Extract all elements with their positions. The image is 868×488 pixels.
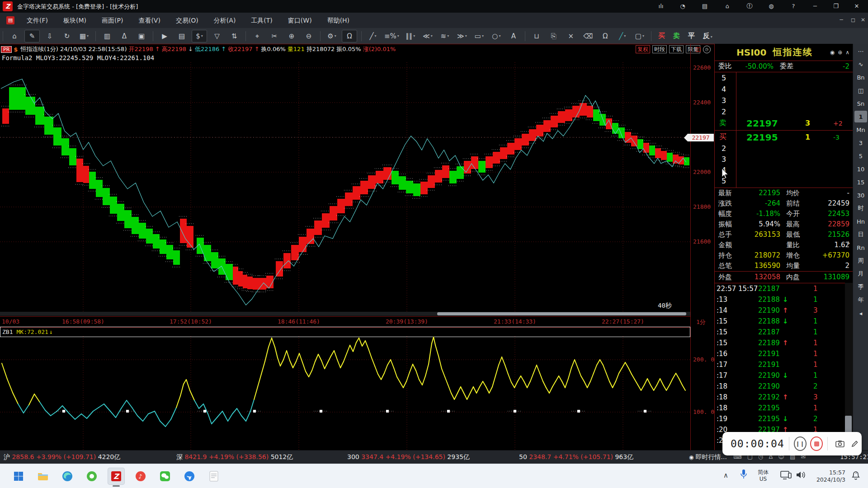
screenshot-camera-button[interactable]	[835, 440, 844, 447]
user-icon[interactable]: ◔	[676, 2, 689, 11]
quote-header[interactable]: HSI00 恒指连续 ◉⊕∧	[715, 44, 853, 61]
sell-level-4[interactable]: 4	[719, 85, 728, 94]
header-复权-button[interactable]: 复权	[636, 45, 650, 53]
feed-status[interactable]: ◉ 即时行情...	[689, 453, 727, 461]
tick-row[interactable]: :1722190↓1	[715, 371, 845, 382]
mdi-minimize-button[interactable]: ─	[836, 15, 846, 25]
menu-帮助[interactable]: 帮助(H)	[320, 13, 357, 28]
trade-反-button[interactable]: 反▾	[703, 32, 712, 40]
lock-button[interactable]: Ω	[342, 30, 357, 42]
menu-文件[interactable]: 文件(F)	[19, 13, 56, 28]
index-quote-深[interactable]: 深 8421.9 +4.19% (+338.56) 5012亿	[176, 453, 293, 461]
cast-device-icon[interactable]	[780, 470, 792, 480]
period-Hn-button[interactable]: Hn	[854, 216, 867, 227]
indicator-title-box[interactable]: ZB1 MK:72.021 ↓	[0, 327, 690, 337]
layout-button[interactable]: ▦▾	[77, 30, 91, 42]
lock-drawing-button[interactable]: Ω	[598, 30, 613, 42]
taskbar-browser-360[interactable]	[83, 468, 100, 485]
tick-row[interactable]: :1522189↑1	[715, 339, 845, 350]
magnet-button[interactable]: ⊔	[529, 30, 544, 42]
period-30-button[interactable]: 30	[854, 189, 867, 201]
header-下载-button[interactable]: 下载	[669, 45, 684, 53]
clock-date[interactable]: 15:57 2024/10/3	[811, 469, 845, 483]
rectangle-button[interactable]: ▭▾	[472, 30, 486, 42]
period-10-button[interactable]: 10	[854, 163, 867, 175]
maximize-button[interactable]: ❐	[826, 0, 846, 13]
circle-button[interactable]: ○▾	[489, 30, 504, 42]
sell-level-5[interactable]: 5	[719, 74, 728, 82]
taskbar-music-app[interactable]: ♪	[132, 468, 149, 485]
vertical-lines-button[interactable]: ∥∥▾	[403, 30, 418, 42]
settings-button[interactable]: ⚙▾	[325, 30, 339, 42]
zoom-out-button[interactable]: ⊖	[302, 30, 316, 42]
stop-record-button[interactable]	[810, 436, 823, 451]
taskbar-dingtalk[interactable]	[181, 468, 198, 485]
trade-平-button[interactable]: 平	[688, 32, 695, 40]
pen-line-button[interactable]: ╱▾	[615, 30, 630, 42]
taskbar-wechat[interactable]	[156, 468, 174, 485]
document-button[interactable]: ▤	[175, 30, 189, 42]
notification-bell-icon[interactable]: z	[851, 470, 861, 481]
bar-chart-button[interactable]: ▥	[100, 30, 114, 42]
period-月-button[interactable]: 月	[854, 268, 867, 280]
quote-header-icon[interactable]: ∧	[845, 49, 849, 56]
period-时-button[interactable]: 时	[854, 202, 867, 214]
help-icon[interactable]: ?	[787, 2, 800, 11]
filter-button[interactable]: ▽	[210, 30, 224, 42]
language-switcher[interactable]: 简体 US	[758, 469, 769, 483]
period-◫-button[interactable]: ◫	[854, 84, 867, 96]
menu-画面[interactable]: 画面(P)	[94, 13, 131, 28]
percent-lines-button[interactable]: ≡%▾	[383, 30, 401, 42]
taskbar-notepad[interactable]	[205, 468, 222, 485]
tick-scrollbar-thumb[interactable]	[845, 416, 852, 433]
import-button[interactable]: ⇩	[42, 30, 57, 42]
chart-hscrollbar-thumb[interactable]	[437, 312, 686, 315]
index-quote-50[interactable]: 50 2348.7 +4.71% (+105.71) 963亿	[519, 453, 633, 461]
tick-row[interactable]: 22:57 15:57221871	[715, 285, 845, 296]
chart-box-button[interactable]: ▣	[134, 30, 149, 42]
zoom-in-button[interactable]: ⊕	[284, 30, 299, 42]
tick-row[interactable]: :16221911	[715, 350, 845, 361]
alert-button[interactable]: Δ	[117, 30, 132, 42]
tick-row[interactable]: :15221871	[715, 328, 845, 339]
menu-分析[interactable]: 分析(A)	[206, 13, 244, 28]
menu-交易[interactable]: 交易(O)	[168, 13, 206, 28]
speaker-icon[interactable]	[796, 470, 807, 479]
buy-level-2[interactable]: 2	[719, 144, 728, 153]
mdi-restore-button[interactable]: ◻	[848, 15, 858, 25]
play-button[interactable]: ▶	[157, 30, 172, 42]
tick-row[interactable]: :1822192↑3	[715, 393, 845, 404]
sort-button[interactable]: ⇅	[227, 30, 241, 42]
hatch-lines-button[interactable]: ≫▾	[455, 30, 469, 42]
taskbar-edge-browser[interactable]	[59, 468, 76, 485]
taskbar-file-explorer[interactable]	[34, 468, 52, 485]
pause-button[interactable]: ❙❙	[794, 436, 807, 451]
menu-查看[interactable]: 查看(V)	[131, 13, 168, 28]
menu-工具[interactable]: 工具(T)	[243, 13, 280, 28]
taskbar-pyramid-app[interactable]: Z	[108, 468, 125, 485]
period-Mn-button[interactable]: Mn	[854, 124, 867, 136]
period-15-button[interactable]: 15	[854, 176, 867, 188]
period-◂-button[interactable]: ◂	[854, 307, 867, 319]
draw-button[interactable]: ✎	[24, 30, 40, 42]
bid-row[interactable]: 买 22195 1 -3	[715, 131, 853, 144]
microphone-icon[interactable]	[740, 469, 748, 480]
f-square-icon[interactable]: ⓕ	[743, 2, 756, 11]
main-chart-canvas[interactable]	[0, 62, 690, 316]
menu-窗口[interactable]: 窗口(W)	[280, 13, 320, 28]
refresh-button[interactable]: ↻	[60, 30, 74, 42]
annotate-pencil-button[interactable]	[851, 440, 859, 448]
header-时段-button[interactable]: 时段	[652, 45, 667, 53]
buy-level-3[interactable]: 3	[719, 155, 728, 164]
index-quote-300[interactable]: 300 3347.4 +4.19% (+134.65) 2935亿	[347, 453, 470, 461]
tick-row[interactable]: :1922195↓2	[715, 415, 845, 426]
quote-header-icon[interactable]: ◉	[830, 49, 835, 56]
trade-买-button[interactable]: 买	[658, 32, 665, 40]
period-1-button[interactable]: 1	[854, 111, 867, 122]
news-icon[interactable]: ▤	[698, 2, 712, 11]
index-quote-沪[interactable]: 沪 2858.6 +3.99% (+109.71) 4220亿	[4, 453, 120, 461]
copy-button[interactable]: ⎘	[547, 30, 561, 42]
close-button[interactable]: ✕	[847, 0, 867, 13]
period-日-button[interactable]: 日	[854, 229, 867, 240]
menu-板块[interactable]: 板块(M)	[56, 13, 94, 28]
